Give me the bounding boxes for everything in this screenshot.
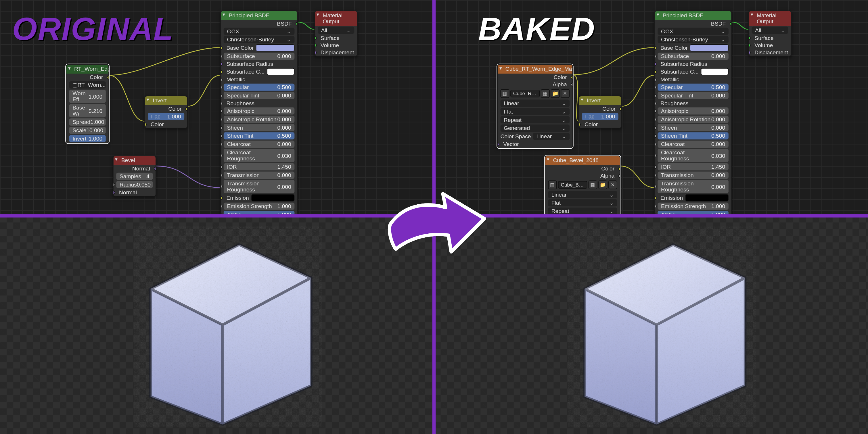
slider-fac[interactable]: Fac1.000 xyxy=(582,113,618,120)
swatch-emission[interactable] xyxy=(251,194,294,202)
dd-distribution[interactable]: GGX xyxy=(224,28,294,35)
node-header[interactable]: Invert xyxy=(145,96,187,105)
slider-invert[interactable]: Invert1.000 xyxy=(69,135,106,142)
row-sheen_tint[interactable]: Sheen Tint0.500 xyxy=(221,132,297,140)
row-aniso[interactable]: Anisotropic0.000 xyxy=(221,107,297,115)
dd-colorspace[interactable]: Linear xyxy=(533,133,569,140)
dd-projection[interactable]: Flat xyxy=(548,199,617,206)
dd-target[interactable]: All xyxy=(752,26,788,34)
slider-transmission[interactable]: Transmission0.000 xyxy=(657,172,728,179)
slider-trans_rough[interactable]: Transmission Roughness0.000 xyxy=(657,180,728,193)
row-subsurface[interactable]: Subsurface0.000 xyxy=(655,52,732,60)
slider-clearcoat[interactable]: Clearcoat0.000 xyxy=(224,141,294,148)
icon-img-browse[interactable]: ▥ xyxy=(501,89,509,98)
row-aniso[interactable]: Anisotropic0.000 xyxy=(655,107,732,115)
node-invert[interactable]: Invert Color Fac1.000 Color xyxy=(145,96,188,128)
row-emission[interactable]: Emission xyxy=(655,194,732,202)
node-invert[interactable]: Invert Color Fac1.000 Color xyxy=(579,96,622,128)
row-ss_radius[interactable]: Subsurface Radius xyxy=(655,60,732,67)
icon-open[interactable]: 📁 xyxy=(551,89,560,98)
slider-ior[interactable]: IOR1.450 xyxy=(224,163,294,170)
dd-extension[interactable]: Repeat xyxy=(501,116,570,123)
node-header[interactable]: Material Output xyxy=(749,11,791,26)
row-clearcoat[interactable]: Clearcoat0.000 xyxy=(655,140,732,148)
row-base_color[interactable]: Base Color xyxy=(221,44,297,52)
row-metallic[interactable]: Metallic xyxy=(221,76,297,83)
slider-aniso[interactable]: Anisotropic0.000 xyxy=(657,107,728,115)
dd-distribution[interactable]: GGX xyxy=(657,28,728,35)
row-spec_tint[interactable]: Specular Tint0.000 xyxy=(655,91,732,100)
row-specular[interactable]: Specular0.500 xyxy=(221,83,297,91)
row-roughness[interactable]: Roughness xyxy=(221,100,297,107)
row-ior[interactable]: IOR1.450 xyxy=(221,163,297,171)
slider-sheen_tint[interactable]: Sheen Tint0.500 xyxy=(224,132,294,140)
row-aniso_rot[interactable]: Anisotropic Rotation0.000 xyxy=(221,115,297,123)
node-header[interactable]: Principled BSDF xyxy=(221,11,297,20)
node-principled-bsdf[interactable]: Principled BSDF BSDF GGX Christensen-Bur… xyxy=(220,11,298,216)
slider-trans_rough[interactable]: Transmission Roughness0.000 xyxy=(224,180,294,193)
slider-specular[interactable]: Specular0.500 xyxy=(657,84,728,91)
slider-radius[interactable]: Radius0.050 xyxy=(116,181,153,188)
slider-emit_str[interactable]: Emission Strength1.000 xyxy=(224,203,294,210)
swatch-ss_color[interactable] xyxy=(267,68,294,75)
row-ss_color[interactable]: Subsurface C... xyxy=(655,67,732,76)
image-name-dropdown[interactable]: Cube_Bevel_20... xyxy=(558,181,587,189)
slider-cc_rough[interactable]: Clearcoat Roughness0.030 xyxy=(224,149,294,162)
row-sheen[interactable]: Sheen0.000 xyxy=(221,123,297,132)
slider-subsurface[interactable]: Subsurface0.000 xyxy=(224,53,294,60)
slider-spec_tint[interactable]: Specular Tint0.000 xyxy=(224,92,294,99)
slider-fac[interactable]: Fac1.000 xyxy=(148,113,184,120)
slider-spread[interactable]: Spread1.000 xyxy=(69,118,106,126)
node-header[interactable]: Bevel xyxy=(114,156,156,165)
slider-clearcoat[interactable]: Clearcoat0.000 xyxy=(657,141,728,148)
icon-img-browse[interactable]: ▥ xyxy=(548,181,557,189)
dd-source[interactable]: Generated xyxy=(501,124,570,132)
row-ior[interactable]: IOR1.450 xyxy=(655,163,732,171)
node-rt-worn-edge-group[interactable]: RT_Worn_Edge... Color ⬚RT_Worn... Worn E… xyxy=(66,64,109,143)
dd-sss-method[interactable]: Christensen-Burley xyxy=(224,36,294,43)
image-name-dropdown[interactable]: Cube_RT_Worn... xyxy=(510,90,540,97)
icon-unlink[interactable]: ✕ xyxy=(561,89,569,98)
row-spec_tint[interactable]: Specular Tint0.000 xyxy=(221,91,297,100)
dd-interpolation[interactable]: Linear xyxy=(548,191,617,198)
swatch-base_color[interactable] xyxy=(256,44,294,52)
row-emit_str[interactable]: Emission Strength1.000 xyxy=(221,202,297,210)
row-ss_color[interactable]: Subsurface C... xyxy=(221,67,297,76)
node-header[interactable]: RT_Worn_Edge... xyxy=(66,65,108,73)
row-roughness[interactable]: Roughness xyxy=(655,100,732,107)
row-transmission[interactable]: Transmission0.000 xyxy=(655,171,732,179)
slider-aniso[interactable]: Anisotropic0.000 xyxy=(224,107,294,115)
dd-target[interactable]: All xyxy=(318,26,354,34)
swatch-base_color[interactable] xyxy=(690,44,728,52)
node-material-output[interactable]: Material Output All Surface Volume Displ… xyxy=(748,11,792,57)
row-emit_str[interactable]: Emission Strength1.000 xyxy=(655,202,732,210)
icon-new[interactable]: ▦ xyxy=(589,181,597,189)
row-sheen[interactable]: Sheen0.000 xyxy=(655,123,732,132)
node-material-output[interactable]: Material Output All Surface Volume Displ… xyxy=(314,11,358,57)
slider-scale[interactable]: Scale10.000 xyxy=(69,127,106,134)
slider-base-wi[interactable]: Base Wi5.210 xyxy=(69,104,106,117)
row-subsurface[interactable]: Subsurface0.000 xyxy=(221,52,297,60)
slider-transmission[interactable]: Transmission0.000 xyxy=(224,172,294,179)
dd-interpolation[interactable]: Linear xyxy=(501,100,570,107)
icon-unlink[interactable]: ✕ xyxy=(609,181,617,189)
slider-aniso_rot[interactable]: Anisotropic Rotation0.000 xyxy=(224,116,294,123)
row-cc_rough[interactable]: Clearcoat Roughness0.030 xyxy=(221,148,297,163)
row-metallic[interactable]: Metallic xyxy=(655,76,732,83)
node-header[interactable]: Invert xyxy=(579,96,621,105)
node-header[interactable]: Principled BSDF xyxy=(655,11,732,20)
node-bevel[interactable]: Bevel Normal Samples4 Radius0.050 Normal xyxy=(113,155,156,196)
node-image-texture-mask[interactable]: Cube_RT_Worn_Edge_Mask_2048 Color Alpha … xyxy=(497,64,573,148)
node-header[interactable]: Cube_RT_Worn_Edge_Mask_2048 xyxy=(498,65,572,73)
row-trans_rough[interactable]: Transmission Roughness0.000 xyxy=(655,179,732,194)
row-aniso_rot[interactable]: Anisotropic Rotation0.000 xyxy=(655,115,732,123)
row-ss_radius[interactable]: Subsurface Radius xyxy=(221,60,297,67)
slider-sheen_tint[interactable]: Sheen Tint0.500 xyxy=(657,132,728,140)
row-clearcoat[interactable]: Clearcoat0.000 xyxy=(221,140,297,148)
slider-spec_tint[interactable]: Specular Tint0.000 xyxy=(657,92,728,99)
row-base_color[interactable]: Base Color xyxy=(655,44,732,52)
row-transmission[interactable]: Transmission0.000 xyxy=(221,171,297,179)
node-header[interactable]: Material Output xyxy=(315,11,357,26)
slider-subsurface[interactable]: Subsurface0.000 xyxy=(657,53,728,60)
row-cc_rough[interactable]: Clearcoat Roughness0.030 xyxy=(655,148,732,163)
